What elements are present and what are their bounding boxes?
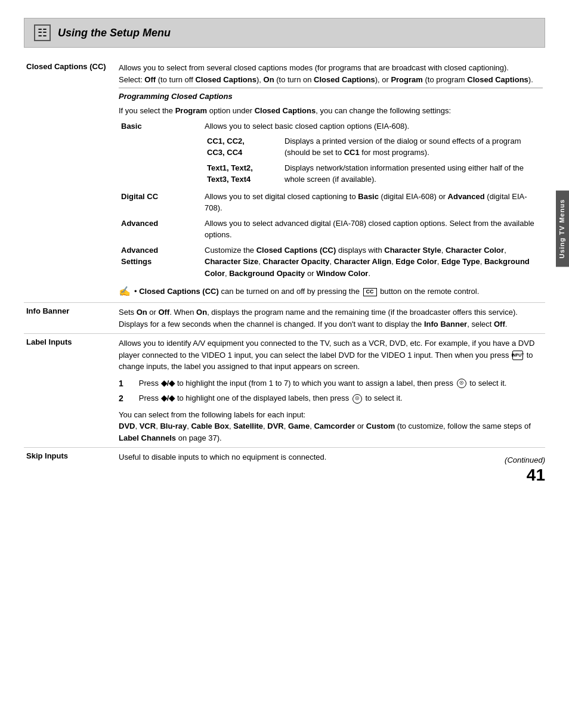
skip-inputs-label: Skip Inputs: [24, 448, 116, 467]
skip-inputs-content: Useful to disable inputs to which no equ…: [116, 448, 545, 467]
sub-settings-table: Basic Allows you to select basic closed …: [119, 119, 543, 281]
basic-label: Basic: [119, 119, 202, 189]
label-inputs-content: Allows you to identify A/V equipment you…: [116, 334, 545, 448]
labels-list: DVD, VCR, Blu-ray, Cable Box, Satellite,…: [119, 422, 531, 442]
step1-block: 1 Press ◆/◆ to highlight the input (from…: [119, 377, 543, 389]
advanced-row: Advanced Allows you to select advanced d…: [119, 216, 543, 243]
section-closed-captions: Closed Captions (CC) Allows you to selec…: [24, 58, 545, 303]
input-icon: INPUT: [512, 351, 523, 360]
advanced-content: Allows you to select advanced digital (E…: [202, 216, 543, 243]
digital-cc-row: Digital CC Allows you to set digital clo…: [119, 189, 543, 216]
step1-number: 1: [119, 377, 123, 390]
programming-cc-title: Programming Closed Captions: [119, 91, 543, 103]
header-bar: ☷ Using the Setup Menu: [24, 18, 545, 48]
info-banner-label: Info Banner: [24, 303, 116, 334]
advanced-settings-row: AdvancedSettings Customize the Closed Ca…: [119, 243, 543, 281]
note-icon: ✍: [119, 284, 131, 299]
page-number: 41: [527, 466, 545, 484]
text1234-label: Text1, Text2,Text3, Text4: [205, 160, 282, 187]
section-info-banner: Info Banner Sets On or Off. When On, dis…: [24, 303, 545, 334]
cc-button-icon: CC: [363, 288, 377, 296]
content-table: Closed Captions (CC) Allows you to selec…: [24, 58, 545, 467]
label-inputs-label: Label Inputs: [24, 334, 116, 448]
text1234-row: Text1, Text2,Text3, Text4 Displays netwo…: [205, 160, 540, 187]
closed-captions-label: Closed Captions (CC): [24, 58, 116, 303]
step1-content: Press ◆/◆ to highlight the input (from 1…: [139, 379, 507, 388]
step2-content: Press ◆/◆ to highlight one of the displa…: [139, 394, 403, 402]
section-skip-inputs: Skip Inputs Useful to disable inputs to …: [24, 448, 545, 467]
digital-cc-content: Allows you to set digital closed caption…: [202, 189, 543, 216]
digital-cc-label: Digital CC: [119, 189, 202, 216]
header-title: Using the Setup Menu: [58, 27, 171, 39]
setup-menu-icon: ☷: [34, 24, 51, 41]
step2-number: 2: [119, 392, 123, 405]
text1234-content: Displays network/station information pre…: [282, 160, 540, 187]
side-tab: Using TV Menus: [556, 191, 569, 267]
continued-text: (Continued): [505, 456, 545, 464]
note-text: • Closed Captions (CC) can be turned on …: [134, 286, 479, 298]
cc-select: Select: Off (to turn off Closed Captions…: [119, 75, 533, 84]
closed-captions-content: Allows you to select from several closed…: [116, 58, 545, 303]
basic-row: Basic Allows you to select basic closed …: [119, 119, 543, 189]
labels-intro: You can select from the following labels…: [119, 410, 305, 419]
center-button-1: ☉: [457, 379, 466, 388]
basic-content: Allows you to select basic closed captio…: [202, 119, 543, 189]
basic-desc: Allows you to select basic closed captio…: [205, 122, 409, 131]
advanced-settings-label: AdvancedSettings: [119, 243, 202, 281]
advanced-label: Advanced: [119, 216, 202, 243]
footer: (Continued) 41: [505, 456, 545, 485]
section-label-inputs: Label Inputs Allows you to identify A/V …: [24, 334, 545, 448]
step2-block: 2 Press ◆/◆ to highlight one of the disp…: [119, 392, 543, 404]
center-button-2: ☉: [352, 394, 362, 404]
labels-list-block: You can select from the following labels…: [119, 409, 543, 444]
cc1234-label: CC1, CC2,CC3, CC4: [205, 134, 282, 160]
label-inputs-intro: Allows you to identify A/V equipment you…: [119, 339, 534, 371]
programming-cc-intro: If you select the Program option under C…: [119, 105, 543, 117]
basic-subtable: CC1, CC2,CC3, CC4 Displays a printed ver…: [205, 134, 540, 187]
info-banner-content: Sets On or Off. When On, displays the pr…: [116, 303, 545, 334]
note-box: ✍ • Closed Captions (CC) can be turned o…: [119, 286, 543, 299]
advanced-settings-content: Customize the Closed Captions (CC) displ…: [202, 243, 543, 281]
cc-intro: Allows you to select from several closed…: [119, 63, 509, 72]
cc1234-content: Displays a printed version of the dialog…: [282, 134, 540, 160]
cc1234-row: CC1, CC2,CC3, CC4 Displays a printed ver…: [205, 134, 540, 160]
